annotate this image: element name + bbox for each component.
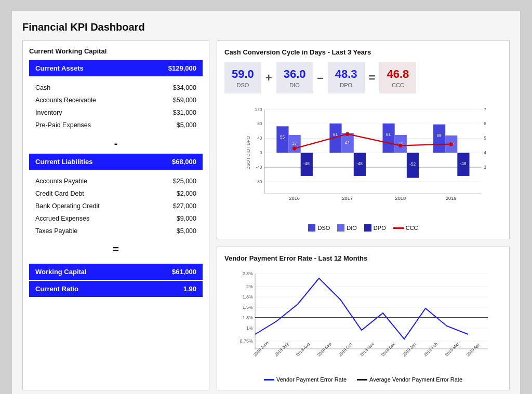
ccc-panel: Cash Conversion Cycle in Days - Last 3 Y… bbox=[217, 40, 510, 239]
svg-text:2019 Mar: 2019 Mar bbox=[444, 342, 460, 357]
working-capital-panel: Current Working Capital Current Assets $… bbox=[22, 40, 209, 390]
legend-ccc: CCC bbox=[393, 224, 418, 232]
item-value: $5,000 bbox=[177, 227, 196, 235]
vendor-legend: Vendor Payment Error Rate Average Vendor… bbox=[224, 376, 502, 383]
item-value: $27,000 bbox=[173, 202, 196, 210]
svg-text:30: 30 bbox=[484, 165, 486, 170]
dio-label: DIO bbox=[284, 82, 306, 88]
vendor-panel: Vendor Payment Error Rate - Last 12 Mont… bbox=[217, 247, 510, 390]
list-item: Bank Operating Credit $27,000 bbox=[33, 200, 198, 212]
svg-text:2018: 2018 bbox=[395, 196, 406, 201]
current-ratio-value: 1.90 bbox=[183, 285, 196, 293]
svg-text:-48: -48 bbox=[460, 161, 466, 166]
ccc-point-2018 bbox=[398, 144, 402, 147]
equals-operator: = bbox=[369, 71, 376, 85]
svg-text:2019 Feb: 2019 Feb bbox=[423, 342, 439, 358]
ccc-chart-container: 120 80 40 0 -40 -80 70 60 50 40 30 DSO I bbox=[245, 101, 486, 212]
dso-value: 59.0 bbox=[232, 67, 254, 81]
list-item: Cash $34,000 bbox=[33, 81, 198, 94]
ccc-point-2017 bbox=[345, 132, 349, 135]
dpo-box: 48.3 DPO bbox=[328, 62, 365, 93]
svg-text:40: 40 bbox=[484, 150, 486, 155]
svg-text:120: 120 bbox=[255, 107, 262, 112]
legend-dio-label: DIO bbox=[347, 225, 357, 231]
svg-text:2018 July: 2018 July bbox=[274, 342, 290, 358]
dio-box: 36.0 DIO bbox=[276, 62, 313, 93]
item-value: $31,000 bbox=[173, 109, 196, 116]
item-label: Credit Card Debt bbox=[35, 190, 84, 197]
ccc-result-label: CCC bbox=[387, 82, 409, 88]
svg-text:-48: -48 bbox=[303, 161, 310, 166]
svg-text:2016: 2016 bbox=[289, 196, 300, 201]
svg-text:40: 40 bbox=[257, 135, 262, 141]
svg-text:2018 Dec: 2018 Dec bbox=[380, 342, 396, 358]
item-label: Cash bbox=[35, 84, 50, 91]
list-item: Accrued Expenses $9,000 bbox=[33, 212, 198, 225]
item-label: Inventory bbox=[35, 109, 62, 116]
list-item: Accounts Receivable $59,000 bbox=[33, 94, 198, 106]
svg-text:37: 37 bbox=[292, 141, 297, 146]
svg-text:-40: -40 bbox=[256, 165, 262, 170]
legend-dso: DSO bbox=[308, 224, 330, 232]
dpo-value: 48.3 bbox=[335, 67, 357, 81]
current-liabilities-value: $68,000 bbox=[172, 158, 196, 166]
ccc-result-box: 46.8 CCC bbox=[379, 62, 416, 93]
svg-text:80: 80 bbox=[257, 121, 262, 126]
svg-text:1%: 1% bbox=[246, 325, 253, 331]
item-value: $59,000 bbox=[173, 97, 196, 104]
bar-2016-dso bbox=[276, 126, 288, 153]
vendor-error-line bbox=[255, 278, 468, 339]
svg-text:59: 59 bbox=[436, 133, 442, 138]
working-capital-section: Working Capital $61,000 Current Ratio 1.… bbox=[29, 264, 203, 297]
dashboard-title: Financial KPI Dashboard bbox=[22, 21, 510, 33]
vendor-error-legend: Vendor Payment Error Rate bbox=[264, 376, 347, 383]
current-liabilities-label: Current Liabilities bbox=[35, 158, 93, 166]
svg-text:2017: 2017 bbox=[342, 196, 353, 201]
ccc-chart-svg: 120 80 40 0 -40 -80 70 60 50 40 30 DSO I bbox=[245, 101, 486, 210]
svg-text:2.3%: 2.3% bbox=[242, 271, 253, 276]
svg-text:1.3%: 1.3% bbox=[242, 315, 253, 320]
svg-text:2018 Nov: 2018 Nov bbox=[359, 342, 375, 358]
list-item: Inventory $31,000 bbox=[33, 106, 198, 119]
ccc-formula: 59.0 DSO + 36.0 DIO – 48.3 DPO = bbox=[224, 62, 502, 93]
vendor-avg-legend: Average Vendor Payment Error Rate bbox=[357, 376, 462, 383]
dio-value: 36.0 bbox=[284, 67, 306, 81]
minus-separator: - bbox=[29, 133, 203, 154]
svg-text:2019 Apr: 2019 Apr bbox=[466, 342, 481, 357]
legend-dpo-label: DPO bbox=[374, 225, 386, 231]
svg-text:2%: 2% bbox=[246, 284, 253, 289]
plus-operator: + bbox=[265, 71, 272, 85]
dashboard: Financial KPI Dashboard Current Working … bbox=[11, 10, 521, 394]
item-label: Accounts Payable bbox=[35, 178, 87, 185]
list-item: Accounts Payable $25,000 bbox=[33, 175, 198, 187]
right-panels: Cash Conversion Cycle in Days - Last 3 Y… bbox=[217, 40, 510, 390]
svg-text:1.8%: 1.8% bbox=[242, 294, 253, 300]
legend-dso-label: DSO bbox=[317, 225, 330, 231]
svg-text:2019: 2019 bbox=[446, 196, 457, 201]
dso-label: DSO bbox=[232, 82, 254, 88]
item-label: Taxes Payable bbox=[35, 227, 77, 235]
svg-text:50: 50 bbox=[484, 135, 486, 141]
legend-dpo-box bbox=[364, 224, 371, 232]
svg-text:1.5%: 1.5% bbox=[242, 305, 253, 310]
svg-text:-80: -80 bbox=[256, 179, 262, 184]
bar-2018-dso bbox=[382, 124, 394, 153]
ccc-panel-title: Cash Conversion Cycle in Days - Last 3 Y… bbox=[224, 48, 502, 56]
left-panel-title: Current Working Capital bbox=[29, 47, 203, 55]
legend-ccc-label: CCC bbox=[406, 225, 418, 231]
liability-items-list: Accounts Payable $25,000 Credit Card Deb… bbox=[29, 173, 203, 239]
ccc-point-2016 bbox=[292, 146, 296, 150]
svg-text:-52: -52 bbox=[409, 161, 416, 167]
svg-text:41: 41 bbox=[345, 140, 350, 145]
dpo-label: DPO bbox=[335, 82, 357, 88]
item-label: Bank Operating Credit bbox=[35, 202, 100, 210]
dso-box: 59.0 DSO bbox=[224, 62, 261, 93]
vendor-error-line-legend bbox=[264, 379, 274, 381]
working-capital-label: Working Capital bbox=[35, 268, 87, 276]
legend-ccc-line bbox=[393, 227, 404, 229]
legend-dio: DIO bbox=[337, 224, 357, 232]
legend-dio-box bbox=[337, 224, 344, 232]
minus-operator: – bbox=[317, 71, 324, 85]
svg-text:2019 Jan: 2019 Jan bbox=[402, 342, 417, 358]
vendor-avg-label: Average Vendor Payment Error Rate bbox=[369, 376, 462, 383]
